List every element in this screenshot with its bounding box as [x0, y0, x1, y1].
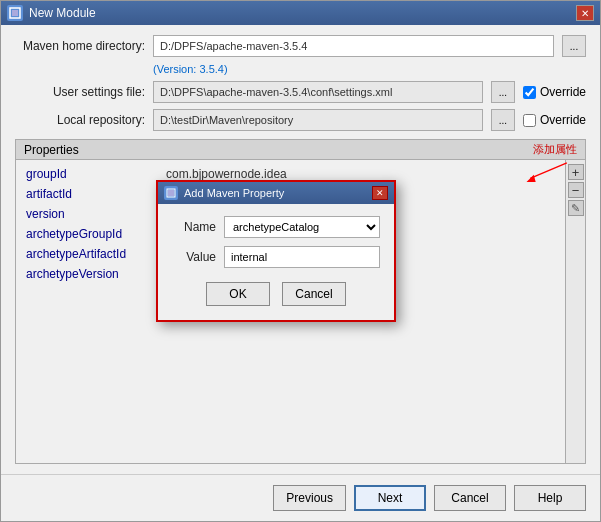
svg-rect-5 — [168, 190, 174, 196]
settings-row: User settings file: ... Override — [15, 81, 586, 103]
modal-name-row: Name archetypeCatalog archetypeGroupId a… — [172, 216, 380, 238]
modal-body: Name archetypeCatalog archetypeGroupId a… — [158, 204, 394, 320]
svg-rect-1 — [12, 10, 18, 16]
title-bar: New Module ✕ — [1, 1, 600, 25]
maven-version: (Version: 3.5.4) — [153, 63, 586, 75]
previous-button[interactable]: Previous — [273, 485, 346, 511]
modal-value-input[interactable] — [224, 246, 380, 268]
help-button[interactable]: Help — [514, 485, 586, 511]
local-override-label: Override — [523, 113, 586, 127]
modal-title-bar: Add Maven Property ✕ — [158, 182, 394, 204]
next-button[interactable]: Next — [354, 485, 426, 511]
local-repo-input[interactable] — [153, 109, 483, 131]
local-override-checkbox[interactable] — [523, 114, 536, 127]
modal-cancel-btn[interactable]: Cancel — [282, 282, 346, 306]
maven-input[interactable] — [153, 35, 554, 57]
add-attr-label[interactable]: 添加属性 — [533, 142, 577, 157]
props-toolbar: + − ✎ — [565, 160, 585, 463]
modal-value-row: Value — [172, 246, 380, 268]
modal-value-label: Value — [172, 250, 216, 264]
modal-title: Add Maven Property — [184, 187, 284, 199]
edit-property-btn[interactable]: ✎ — [568, 200, 584, 216]
modal-ok-btn[interactable]: OK — [206, 282, 270, 306]
window-body: Maven home directory: ... (Version: 3.5.… — [1, 25, 600, 474]
properties-header: Properties 添加属性 — [16, 140, 585, 160]
settings-override-checkbox[interactable] — [523, 86, 536, 99]
settings-label: User settings file: — [15, 85, 145, 99]
maven-browse-btn[interactable]: ... — [562, 35, 586, 57]
local-repo-browse-btn[interactable]: ... — [491, 109, 515, 131]
local-repo-row: Local repository: ... Override — [15, 109, 586, 131]
properties-title: Properties — [24, 143, 79, 157]
modal-close-btn[interactable]: ✕ — [372, 186, 388, 200]
modal-title-left: Add Maven Property — [164, 186, 284, 200]
new-module-window: New Module ✕ Maven home directory: ... (… — [0, 0, 601, 522]
add-property-btn[interactable]: + — [568, 164, 584, 180]
remove-property-btn[interactable]: − — [568, 182, 584, 198]
local-repo-label: Local repository: — [15, 113, 145, 127]
modal-icon — [164, 186, 178, 200]
add-maven-property-dialog: Add Maven Property ✕ Name archetypeCatal… — [156, 180, 396, 322]
modal-name-label: Name — [172, 220, 216, 234]
window-title: New Module — [29, 6, 96, 20]
maven-label: Maven home directory: — [15, 39, 145, 53]
footer-buttons: Previous Next Cancel Help — [1, 474, 600, 521]
settings-override-label: Override — [523, 85, 586, 99]
settings-input[interactable] — [153, 81, 483, 103]
window-icon — [7, 5, 23, 21]
cancel-button[interactable]: Cancel — [434, 485, 506, 511]
modal-name-select-wrapper: archetypeCatalog archetypeGroupId archet… — [224, 216, 380, 238]
maven-row: Maven home directory: ... — [15, 35, 586, 57]
close-button[interactable]: ✕ — [576, 5, 594, 21]
settings-browse-btn[interactable]: ... — [491, 81, 515, 103]
modal-name-select[interactable]: archetypeCatalog archetypeGroupId archet… — [224, 216, 380, 238]
modal-footer: OK Cancel — [172, 276, 380, 308]
title-bar-left: New Module — [7, 5, 96, 21]
